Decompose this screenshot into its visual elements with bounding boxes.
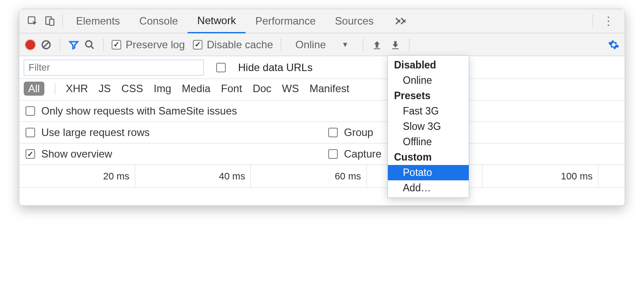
filter-bar: Hide data URLs bbox=[19, 56, 625, 79]
chevron-down-icon: ▼ bbox=[342, 41, 349, 49]
throttle-option-potato[interactable]: Potato bbox=[388, 165, 469, 180]
dropdown-heading-presets: Presets bbox=[388, 88, 469, 104]
timeline-tick bbox=[598, 165, 625, 187]
chip-font[interactable]: Font bbox=[221, 82, 242, 95]
throttle-option-fast3g[interactable]: Fast 3G bbox=[388, 104, 469, 119]
search-icon[interactable] bbox=[84, 39, 95, 50]
disable-cache-label: Disable cache bbox=[207, 39, 273, 51]
separator bbox=[62, 14, 63, 28]
large-rows-label: Use large request rows bbox=[41, 126, 150, 139]
chip-xhr[interactable]: XHR bbox=[66, 82, 88, 95]
request-list-empty bbox=[19, 188, 625, 205]
throttling-value: Online bbox=[295, 39, 326, 51]
network-toolbar: Preserve log Disable cache Online ▼ bbox=[19, 33, 625, 56]
overview-timeline[interactable]: 20 ms 40 ms 60 ms 100 ms bbox=[19, 165, 625, 188]
filter-icon[interactable] bbox=[68, 39, 80, 50]
throttle-option-slow3g[interactable]: Slow 3G bbox=[388, 119, 469, 134]
chip-img[interactable]: Img bbox=[154, 82, 171, 95]
timeline-tick: 20 ms bbox=[19, 165, 135, 187]
hide-data-urls-checkbox[interactable] bbox=[216, 63, 226, 72]
chip-all[interactable]: All bbox=[24, 82, 44, 96]
svg-rect-8 bbox=[392, 48, 398, 49]
svg-line-4 bbox=[43, 42, 49, 47]
capture-checkbox[interactable] bbox=[328, 149, 338, 159]
tab-elements[interactable]: Elements bbox=[66, 9, 130, 33]
dropdown-heading-custom: Custom bbox=[388, 150, 469, 165]
svg-rect-2 bbox=[50, 19, 54, 25]
chip-doc[interactable]: Doc bbox=[253, 82, 271, 95]
chip-css[interactable]: CSS bbox=[121, 82, 143, 95]
kebab-menu-icon[interactable]: ⋮ bbox=[597, 14, 620, 28]
inspect-element-icon[interactable] bbox=[24, 12, 41, 30]
chip-media[interactable]: Media bbox=[182, 82, 210, 95]
large-rows-checkbox[interactable] bbox=[25, 128, 35, 137]
separator bbox=[60, 38, 60, 51]
download-har-icon[interactable] bbox=[390, 39, 401, 50]
separator bbox=[281, 38, 281, 51]
main-tabbar: Elements Console Network Performance Sou… bbox=[19, 9, 625, 33]
throttling-dropdown: Disabled Online Presets Fast 3G Slow 3G … bbox=[387, 55, 469, 198]
capture-label: Capture bbox=[344, 148, 381, 160]
chip-manifest[interactable]: Manifest bbox=[310, 82, 350, 95]
timeline-tick: 60 ms bbox=[251, 165, 367, 187]
throttle-option-online[interactable]: Online bbox=[388, 73, 469, 88]
tab-console[interactable]: Console bbox=[130, 9, 188, 33]
more-tabs-icon[interactable] bbox=[392, 12, 410, 30]
show-overview-checkbox[interactable] bbox=[25, 149, 35, 159]
timeline-tick: 100 ms bbox=[482, 165, 598, 187]
svg-rect-7 bbox=[373, 48, 380, 49]
throttling-select[interactable]: Online ▼ bbox=[289, 39, 355, 51]
group-label: Group bbox=[344, 126, 373, 139]
separator bbox=[55, 83, 55, 94]
group-checkbox[interactable] bbox=[328, 128, 338, 137]
samesite-checkbox[interactable] bbox=[25, 106, 35, 116]
separator bbox=[409, 38, 409, 51]
separator bbox=[103, 38, 104, 51]
chip-js[interactable]: JS bbox=[98, 82, 111, 95]
chip-ws[interactable]: WS bbox=[282, 82, 299, 95]
option-row: Only show requests with SameSite issues bbox=[19, 100, 625, 122]
resource-type-chips: All XHR JS CSS Img Media Font Doc WS Man… bbox=[19, 79, 625, 100]
tab-sources[interactable]: Sources bbox=[326, 9, 384, 33]
samesite-label: Only show requests with SameSite issues bbox=[41, 105, 237, 117]
disable-cache-checkbox[interactable] bbox=[193, 40, 203, 50]
throttle-option-add[interactable]: Add… bbox=[388, 180, 469, 196]
timeline-tick: 40 ms bbox=[135, 165, 251, 187]
tab-network[interactable]: Network bbox=[188, 9, 246, 33]
filter-input[interactable] bbox=[24, 60, 204, 75]
separator bbox=[363, 38, 363, 51]
show-overview-label: Show overview bbox=[41, 148, 112, 160]
upload-har-icon[interactable] bbox=[371, 39, 383, 50]
record-button[interactable] bbox=[25, 39, 36, 50]
option-grid: Use large request rows Group Show overvi… bbox=[19, 122, 625, 165]
settings-gear-icon[interactable] bbox=[608, 39, 619, 50]
preserve-log-label: Preserve log bbox=[126, 39, 185, 51]
svg-line-6 bbox=[91, 46, 94, 49]
preserve-log-checkbox[interactable] bbox=[112, 40, 121, 50]
separator bbox=[593, 14, 593, 28]
throttle-option-offline[interactable]: Offline bbox=[388, 134, 469, 150]
svg-point-5 bbox=[86, 41, 92, 47]
devtools-panel: Elements Console Network Performance Sou… bbox=[19, 9, 625, 206]
tab-performance[interactable]: Performance bbox=[246, 9, 325, 33]
clear-icon[interactable] bbox=[40, 39, 52, 50]
device-toolbar-icon[interactable] bbox=[41, 12, 59, 30]
hide-data-urls-label: Hide data URLs bbox=[238, 61, 312, 74]
dropdown-heading-disabled: Disabled bbox=[388, 57, 469, 73]
